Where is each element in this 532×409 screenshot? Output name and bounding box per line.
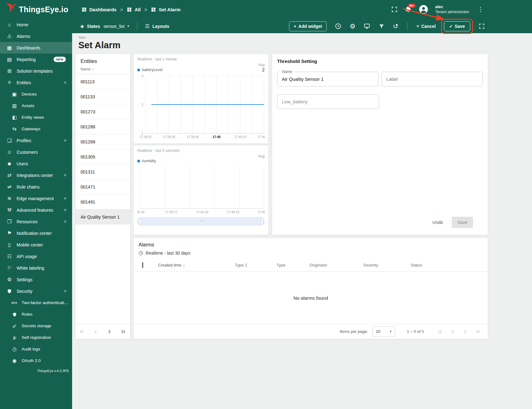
resources-icon: ❐ — [6, 219, 13, 224]
sidebar-item-white-labeling[interactable]: ⚐ White labeling — [0, 262, 72, 274]
filters-icon[interactable] — [378, 23, 385, 29]
items-per-page-label: Items per page: — [340, 329, 368, 334]
sidebar-item-alarms[interactable]: ⚠ Alarms — [0, 30, 72, 42]
threshold-value-field — [277, 94, 379, 109]
next-page-icon[interactable] — [462, 329, 468, 335]
undo-button[interactable]: Undo — [433, 220, 443, 225]
cancel-button[interactable]: × Cancel — [416, 23, 436, 29]
sidebar-item-edge-management[interactable]: ≋ Edge management ˅ — [0, 193, 72, 204]
svg-text:17:39:35: 17:39:35 — [163, 135, 175, 139]
breadcrumb-dashboards[interactable]: Dashboards — [82, 7, 117, 12]
entity-aliases-icon[interactable] — [364, 23, 370, 29]
sort-asc-icon: ↑ — [92, 67, 94, 71]
column-status[interactable]: Status — [411, 263, 488, 267]
entity-row[interactable]: 001273 — [76, 104, 130, 119]
sidebar-item-entities[interactable]: ⚛ Entities ˄ — [0, 77, 72, 88]
sidebar-item-resources[interactable]: ❐ Resources ˅ — [0, 216, 72, 227]
entity-row[interactable]: 001311 — [76, 164, 130, 179]
alarms-pagination — [437, 329, 481, 335]
last-page-icon[interactable] — [475, 329, 481, 335]
first-page-icon[interactable] — [437, 329, 443, 335]
svg-text:2: 2 — [141, 103, 143, 106]
more-menu-icon[interactable]: ⋮ — [476, 6, 485, 13]
edge-management-icon: ≋ — [6, 196, 13, 201]
add-widget-button[interactable]: + Add widget — [289, 21, 327, 31]
series-name[interactable]: humidity — [142, 159, 156, 163]
entity-row-selected[interactable]: Air Quality Sensor 1 — [76, 210, 130, 225]
threshold-save-button[interactable]: Save — [452, 217, 473, 228]
alarms-timewindow[interactable]: ◷ Realtime - last 30 days — [134, 248, 488, 259]
entity-row[interactable]: 001471 — [76, 179, 130, 194]
prev-page-icon[interactable] — [450, 329, 456, 335]
sidebar-item-advanced-features[interactable]: ⚒ Advanced features ˅ — [0, 204, 72, 216]
entity-row[interactable]: 001289 — [76, 134, 130, 149]
avatar[interactable] — [419, 5, 428, 14]
check-icon: ✓ — [449, 24, 453, 29]
breadcrumb-all[interactable]: All — [127, 7, 140, 12]
sidebar-item-devices[interactable]: ▣ Devices — [0, 88, 72, 100]
sidebar-item-mobile-center[interactable]: ▯ Mobile center — [0, 239, 72, 251]
timewindow-clock-icon[interactable] — [335, 23, 341, 29]
sidebar-item-assets[interactable]: ▥ Assets — [0, 100, 72, 111]
sidebar-item-customers[interactable]: ☺ Customers — [0, 146, 72, 158]
sidebar-item-profiles[interactable]: ❑ Profiles ˅ — [0, 135, 72, 146]
sidebar-item-reporting[interactable]: ▤ Reporting NEW — [0, 54, 72, 65]
dashboard-settings-gear-icon[interactable]: ⚙ — [350, 23, 356, 29]
entity-row[interactable]: 001491 — [76, 194, 130, 210]
brand[interactable]: ThingsEye.io — [0, 3, 73, 16]
next-page-icon[interactable] — [106, 329, 113, 335]
chevron-down-icon[interactable]: ▾ — [127, 24, 129, 28]
sidebar-item-self-registration[interactable]: Self registration — [0, 332, 72, 343]
sidebar-item-audit-logs[interactable]: ◷ Audit logs — [0, 343, 72, 355]
sidebar-item-security[interactable]: Security ˄ — [0, 285, 72, 297]
entity-row[interactable]: 001113 — [76, 74, 130, 89]
sidebar-item-integrations-center[interactable]: ⇄ Integrations center ˅ — [0, 169, 72, 181]
sidebar-item-gateways[interactable]: ⇆ Gateways — [0, 123, 72, 135]
notifications-bell-icon[interactable]: 99+ — [405, 6, 412, 13]
dashboard-toolbar: ◈ States sensor_list ▾ ☰ Layouts + Add w… — [72, 19, 532, 33]
entity-row[interactable]: 001305 — [76, 149, 130, 164]
layouts-button[interactable]: Layouts — [152, 24, 169, 29]
expand-fullscreen-icon[interactable] — [478, 23, 485, 29]
time-range-scrollbar[interactable]: ⋯ — [137, 217, 265, 225]
first-page-icon[interactable] — [79, 329, 85, 335]
column-created-time[interactable]: Created time ↓ — [158, 263, 235, 267]
column-severity[interactable]: Severity — [363, 263, 411, 267]
scrollbar-right-handle[interactable] — [261, 219, 263, 224]
sidebar-item-roles[interactable]: Roles — [0, 308, 72, 320]
version-history-icon[interactable]: ↺ — [393, 23, 398, 29]
column-type-2[interactable]: Type 2 — [235, 263, 277, 267]
save-button[interactable]: ✓ Save — [444, 21, 470, 31]
sidebar-item-solution-templates[interactable]: ⊞ Solution templates — [0, 65, 72, 77]
sidebar-item-entity-views[interactable]: ◧ Entity views — [0, 111, 72, 123]
audit-logs-icon: ◷ — [11, 347, 18, 352]
sidebar-item-dashboards[interactable]: ▦ Dashboards — [0, 42, 72, 54]
fullscreen-icon[interactable] — [391, 6, 398, 13]
sidebar-item-api-usage[interactable]: ☷ API usage — [0, 251, 72, 262]
sidebar-item-users[interactable]: ☻ Users — [0, 158, 72, 169]
prev-page-icon[interactable] — [92, 329, 99, 335]
sidebar-item-notification-center[interactable]: ⚑ Notification center — [0, 227, 72, 239]
sidebar-item-two-factor[interactable]: 2FA Two-factor authenticati… — [0, 297, 72, 308]
last-page-icon[interactable] — [120, 329, 126, 335]
column-type[interactable]: Type — [277, 263, 309, 267]
name-input[interactable] — [282, 76, 374, 82]
scrollbar-left-handle[interactable] — [139, 219, 141, 224]
sidebar-item-rule-chains[interactable]: ⇌ Rule chains — [0, 181, 72, 193]
sidebar-item-oauth[interactable]: ◉ OAuth 2.0 — [0, 355, 72, 366]
threshold-value-input[interactable] — [282, 99, 374, 104]
entities-column-header[interactable]: Name ↑ — [76, 67, 130, 74]
items-per-page-select[interactable]: 10 ▾ — [372, 326, 395, 337]
select-all-checkbox[interactable] — [142, 262, 143, 268]
user-info[interactable]: alec Tenant administrator — [435, 4, 469, 14]
state-select-value[interactable]: sensor_list — [103, 24, 124, 29]
label-input[interactable] — [386, 76, 478, 82]
sidebar-item-home[interactable]: ⌂ Home — [0, 19, 72, 30]
column-originator[interactable]: Originator — [309, 263, 363, 267]
series-name[interactable]: batteryLevel — [142, 68, 162, 72]
entity-row[interactable]: 001288 — [76, 119, 130, 134]
sidebar-item-settings[interactable]: ⚙ Settings — [0, 274, 72, 285]
sidebar-item-secrets-storage[interactable]: Secrets storage — [0, 320, 72, 332]
breadcrumb-set-alarm[interactable]: Set Alarm — [151, 7, 180, 12]
entity-row[interactable]: 001133 — [76, 89, 130, 104]
